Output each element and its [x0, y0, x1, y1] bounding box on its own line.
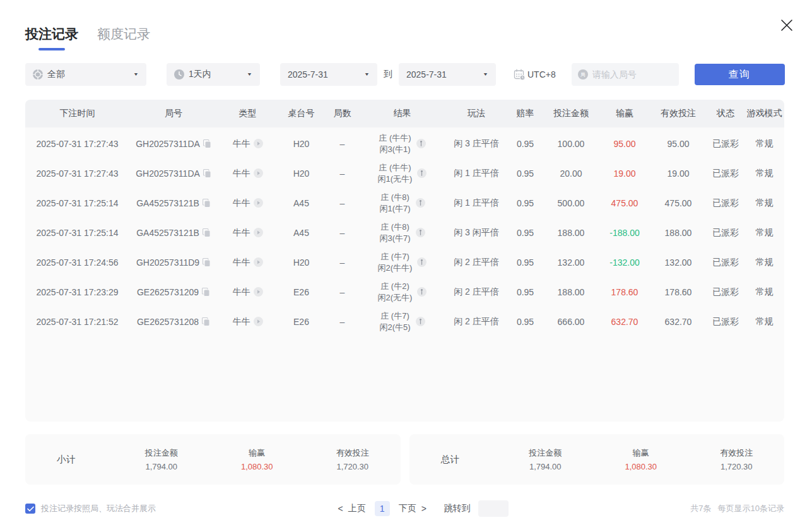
cell-round-count: – — [325, 257, 360, 268]
round-id-text: GH20257311D9 — [136, 257, 199, 268]
calendar-clock-icon — [514, 69, 526, 81]
query-button[interactable]: 查询 — [695, 64, 785, 85]
tab-quota-records[interactable]: 额度记录 — [97, 25, 150, 50]
date-from-value: 2025-7-31 — [288, 69, 328, 80]
current-page-indicator[interactable]: 1 — [375, 501, 390, 516]
copy-icon[interactable] — [203, 228, 211, 237]
cell-round-id: GH20257311DA — [129, 168, 218, 179]
play-icon[interactable] — [254, 198, 263, 208]
cell-result: 庄 (牛8) 闲1(牛7) — [360, 192, 445, 214]
tab-betting-records[interactable]: 投注记录 — [25, 25, 78, 50]
cell-round-id: GE2625731208 — [129, 317, 218, 327]
prev-label: 上页 — [348, 503, 366, 514]
play-icon[interactable] — [254, 168, 263, 178]
filter-bar: 全部 ▼ 1天内 ▼ 2025-7-31 ▼ 到 2025-7-31 ▼ — [25, 63, 785, 86]
cell-play-type: 闲 1 庄平倍 — [445, 198, 508, 209]
copy-icon[interactable] — [203, 258, 211, 267]
merge-checkbox[interactable] — [25, 504, 35, 514]
cell-game-type: 牛牛 — [218, 198, 278, 209]
info-icon[interactable] — [416, 198, 425, 208]
play-icon[interactable] — [254, 257, 263, 267]
next-arrow: > — [421, 504, 427, 514]
round-id-text: GE2625731208 — [137, 317, 199, 327]
column-header-odds: 赔率 — [508, 108, 543, 119]
column-header-round-count: 局数 — [325, 108, 360, 119]
cell-round-count: – — [325, 198, 360, 208]
merge-option: 投注记录按照局、玩法合并展示 — [25, 503, 156, 514]
cell-round-id: GE2625731209 — [129, 287, 218, 297]
copy-icon[interactable] — [203, 169, 211, 178]
copy-icon[interactable] — [203, 199, 211, 208]
play-icon[interactable] — [254, 139, 263, 148]
cell-status: 已派彩 — [707, 286, 744, 298]
column-header-game-mode: 游戏模式 — [744, 108, 784, 119]
bet-amount-label: 投注金额 — [529, 447, 562, 459]
cell-odds: 0.95 — [508, 287, 543, 297]
betting-records-modal: 投注记录 额度记录 全部 ▼ 1天内 ▼ 2025-7-31 ▼ 到 — [0, 0, 812, 525]
info-icon[interactable] — [416, 139, 426, 148]
round-number-input[interactable] — [592, 69, 668, 80]
chevron-down-icon: ▼ — [133, 72, 139, 77]
cell-game-type: 牛牛 — [218, 168, 278, 179]
cell-table-no: A45 — [278, 198, 325, 208]
column-header-status: 状态 — [707, 108, 744, 119]
cell-table-no: H20 — [278, 168, 325, 179]
cell-game-mode: 常规 — [744, 286, 784, 298]
tab-betting-records-label: 投注记录 — [25, 27, 78, 41]
cell-win-loss: -188.00 — [599, 228, 650, 238]
round-id-text: GE2625731209 — [137, 287, 199, 297]
play-icon[interactable] — [254, 228, 263, 237]
play-icon[interactable] — [254, 317, 263, 326]
total-count: 共7条 — [690, 503, 711, 514]
prev-page-button[interactable]: < 上页 — [338, 503, 365, 514]
cell-win-loss: 178.60 — [599, 287, 650, 297]
game-type-text: 牛牛 — [233, 138, 250, 150]
copy-icon[interactable] — [202, 317, 210, 326]
close-icon[interactable] — [779, 18, 794, 33]
cell-win-loss: 95.00 — [599, 139, 650, 149]
cell-game-mode: 常规 — [744, 316, 784, 327]
cell-valid-bet: 475.00 — [650, 198, 707, 208]
chevron-down-icon: ▼ — [364, 72, 370, 77]
subtotal-card: 小计 投注金额 1,794.00 输赢 1,080.30 有效投注 1,720.… — [25, 434, 401, 485]
result-banker-line: 庄 (牛牛) — [378, 162, 413, 174]
cell-bet-time: 2025-07-31 17:27:43 — [25, 139, 129, 149]
total-win-loss: 输赢 1,080.30 — [593, 447, 689, 471]
game-type-select[interactable]: 全部 ▼ — [25, 63, 146, 86]
round-number-icon: 局 — [578, 69, 588, 80]
cell-status: 已派彩 — [707, 138, 744, 150]
jump-to-page: 跳转到 — [444, 500, 509, 517]
merge-checkbox-label: 投注记录按照局、玩法合并展示 — [41, 503, 156, 514]
cell-round-id: GA452573121B — [129, 228, 218, 238]
cell-play-type: 闲 2 庄平倍 — [445, 257, 508, 268]
column-header-valid-bet: 有效投注 — [650, 108, 707, 119]
date-from-select[interactable]: 2025-7-31 ▼ — [280, 63, 377, 86]
info-icon[interactable] — [417, 168, 427, 178]
result-player-line: 闲1(无牛) — [378, 174, 413, 185]
info-icon[interactable] — [417, 257, 427, 267]
game-type-text: 牛牛 — [233, 168, 250, 179]
copy-icon[interactable] — [202, 288, 210, 297]
total-bet-amount: 投注金额 1,794.00 — [498, 447, 594, 471]
cell-status: 已派彩 — [707, 257, 744, 268]
play-icon[interactable] — [254, 287, 263, 297]
result-banker-line: 庄 (牛2) — [378, 281, 413, 292]
next-page-button[interactable]: 下页 > — [399, 503, 427, 514]
info-icon[interactable] — [416, 317, 425, 326]
date-to-select[interactable]: 2025-7-31 ▼ — [399, 63, 496, 86]
time-range-select[interactable]: 1天内 ▼ — [167, 63, 260, 86]
tab-quota-records-label: 额度记录 — [97, 27, 150, 41]
result-player-line: 闲2(无牛) — [378, 292, 413, 304]
chevron-down-icon: ▼ — [483, 72, 488, 77]
result-banker-line: 庄 (牛7) — [378, 251, 413, 262]
cell-status: 已派彩 — [707, 316, 744, 327]
copy-icon[interactable] — [203, 139, 211, 148]
jump-page-input[interactable] — [478, 500, 509, 517]
info-icon[interactable] — [416, 228, 425, 237]
cell-game-mode: 常规 — [744, 198, 784, 209]
cell-round-id: GH20257311DA — [129, 139, 218, 149]
info-icon[interactable] — [417, 287, 427, 297]
betting-records-table: 下注时间 局号 类型 桌台号 局数 结果 玩法 赔率 投注金额 输赢 有效投注 … — [25, 100, 784, 422]
cell-play-type: 闲 1 庄平倍 — [445, 168, 508, 179]
bet-amount-value: 1,794.00 — [145, 462, 177, 471]
